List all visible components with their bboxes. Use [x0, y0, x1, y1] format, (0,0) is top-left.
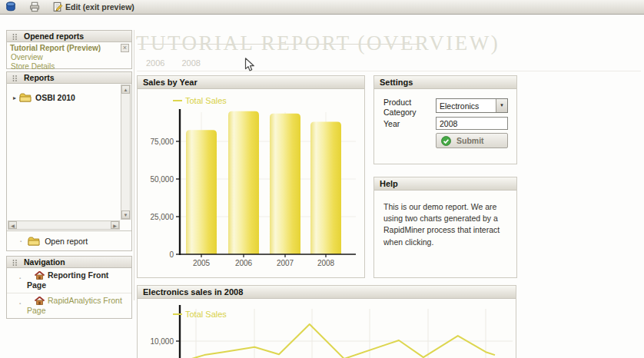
svg-text:Total Sales: Total Sales [185, 310, 227, 319]
print-icon[interactable] [29, 2, 40, 12]
home-icon [35, 297, 45, 305]
svg-text:75,000: 75,000 [150, 138, 174, 146]
chevron-down-icon[interactable]: ▼ [496, 99, 507, 112]
svg-text:25,000: 25,000 [150, 213, 174, 221]
svg-text:2007: 2007 [277, 259, 294, 267]
svg-text:10,000: 10,000 [150, 337, 174, 346]
help-header: Help [374, 177, 516, 191]
electronics-sales-header: Electronics sales in 2008 [138, 286, 516, 299]
opened-reports-header[interactable]: Opened reports [7, 31, 131, 42]
svg-text:Total Sales: Total Sales [185, 96, 227, 105]
reports-title: Reports [24, 73, 55, 82]
expander-icon[interactable]: ▸ [13, 94, 16, 101]
opened-reports-panel: Opened reports Tutorial Report (Preview)… [6, 30, 132, 69]
sales-by-year-chart[interactable]: 025,00050,00075,0002005200620072008Total… [138, 89, 364, 277]
edit-page-icon[interactable] [52, 2, 63, 12]
tab-2006[interactable]: 2006 [146, 58, 164, 68]
year-input[interactable] [436, 117, 508, 130]
report-link-overview[interactable]: Overview [7, 52, 131, 61]
tree-item-label: OSBI 2010 [35, 93, 75, 102]
nav-item-rapidanalytics-front-page[interactable]: ▪RapidAnalytics Front Page [7, 293, 131, 318]
vertical-scrollbar[interactable]: ▲ ▼ [121, 85, 131, 220]
page-title: TUTORIAL REPORT (OVERVIEW) [136, 31, 500, 55]
electronics-sales-chart[interactable]: 10,000Total Sales [138, 299, 516, 358]
svg-text:0: 0 [169, 250, 174, 259]
reports-panel: Reports ▸ OSBI 2010 ▲ ▼ ◀ ▶ ▪ [6, 71, 132, 251]
product-category-value: Electronics [437, 99, 496, 112]
open-report-button[interactable]: ▪ Open report [7, 230, 131, 250]
opened-report-row: Tutorial Report (Preview) × [7, 42, 131, 52]
bullet-icon: ▪ [20, 239, 22, 244]
reports-header[interactable]: Reports [7, 72, 131, 84]
app-window: Edit (exit preview) Opened reports Tutor… [0, 0, 644, 358]
sales-by-year-panel: Sales by Year 025,00050,00075,0002005200… [137, 75, 365, 278]
navigation-panel: Navigation ▪Reporting Front Page ▪RapidA… [6, 256, 132, 319]
tree-item-osbi-2010[interactable]: ▸ OSBI 2010 [10, 93, 75, 102]
check-icon [441, 136, 451, 146]
nav-item-reporting-front-page[interactable]: ▪Reporting Front Page [7, 268, 131, 293]
scroll-up-icon[interactable]: ▲ [121, 85, 130, 94]
svg-text:2006: 2006 [235, 259, 253, 267]
drag-handle-icon[interactable] [12, 75, 18, 81]
folder-icon [19, 93, 32, 102]
toolbar: Edit (exit preview) [0, 0, 644, 15]
navigation-title: Navigation [24, 257, 65, 267]
tabs-divider [137, 71, 641, 71]
submit-label: Submit [456, 136, 484, 145]
year-label: Year [383, 119, 400, 129]
folder-icon [28, 237, 40, 246]
report-tabs: 2006 2008 [146, 58, 201, 68]
svg-text:2005: 2005 [193, 259, 211, 267]
tab-2008[interactable]: 2008 [181, 58, 200, 68]
opened-reports-title: Opened reports [24, 31, 84, 41]
horizontal-scrollbar[interactable]: ◀ ▶ [8, 220, 120, 230]
bullet-icon: ▪ [19, 273, 21, 283]
scroll-down-icon[interactable]: ▼ [121, 210, 130, 219]
mouse-cursor [244, 58, 255, 72]
reports-tree: ▸ OSBI 2010 ▲ ▼ ◀ ▶ [7, 84, 131, 230]
open-report-label: Open report [45, 237, 88, 246]
drag-handle-icon[interactable] [12, 260, 18, 266]
help-text: This is our demo report. We are using tw… [374, 191, 516, 248]
scroll-right-icon[interactable]: ▶ [111, 221, 119, 229]
product-category-select[interactable]: Electronics ▼ [436, 98, 508, 113]
help-panel: Help This is our demo report. We are usi… [373, 177, 517, 278]
sales-by-year-header: Sales by Year [138, 76, 364, 89]
home-icon [35, 271, 45, 280]
navigation-header[interactable]: Navigation [7, 257, 131, 268]
svg-text:2008: 2008 [317, 259, 335, 267]
database-icon[interactable] [5, 2, 16, 12]
settings-header: Settings [374, 76, 516, 89]
product-category-label: Product Category [383, 98, 433, 118]
electronics-sales-panel: Electronics sales in 2008 10,000Total Sa… [137, 285, 516, 358]
sidebar-divider [134, 30, 134, 300]
bullet-icon: ▪ [19, 299, 21, 309]
opened-report-name: Tutorial Report (Preview) [10, 44, 101, 52]
close-report-icon[interactable]: × [121, 44, 129, 52]
svg-text:50,000: 50,000 [150, 175, 174, 184]
drag-handle-icon[interactable] [12, 34, 18, 40]
scroll-left-icon[interactable]: ◀ [8, 221, 17, 229]
edit-exit-preview-button[interactable]: Edit (exit preview) [65, 2, 134, 12]
report-link-store-details[interactable]: Store Details [7, 61, 131, 71]
settings-panel: Settings Product Category Electronics ▼ … [373, 75, 517, 164]
submit-button[interactable]: Submit [436, 133, 508, 148]
